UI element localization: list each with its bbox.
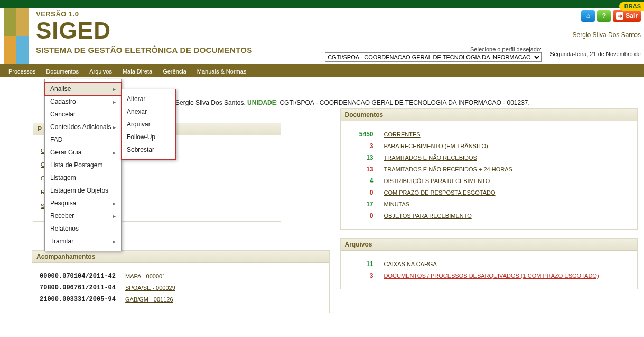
list-item: 0COM PRAZO DE RESPOSTA ESGOTADO: [348, 189, 630, 196]
menu-manuais[interactable]: Manuais & Normas: [197, 68, 247, 75]
dropdown-item[interactable]: Receber▸: [45, 210, 121, 222]
chevron-right-icon: ▸: [113, 124, 116, 130]
count: 11: [348, 260, 374, 268]
panel-documentos: Documentos 5450CORRENTES3PARA RECEBIMENT…: [340, 108, 638, 230]
chevron-right-icon: ▸: [113, 239, 116, 244]
list-item: 5450CORRENTES: [348, 131, 630, 138]
doc-link[interactable]: PARA RECEBIMENTO (EM TRÂNSITO): [384, 143, 488, 149]
menu-arquivos[interactable]: Arquivos: [89, 68, 112, 75]
analise-submenu: AlterarAnexarArquivarFollow-UpSobrestar: [121, 89, 176, 160]
menu-documentos[interactable]: Documentos: [46, 68, 79, 75]
arrow-right-icon: ➔: [616, 12, 623, 20]
menu-processos[interactable]: Processos: [8, 68, 35, 75]
list-item: 3PARA RECEBIMENTO (EM TRÂNSITO): [348, 142, 630, 150]
doc-link[interactable]: OBJETOS PARA RECEBIMENTO: [384, 213, 472, 219]
panel-acompanhamentos: Acompanhamentos 00000.070104/2011-42MAPA…: [32, 250, 330, 313]
dropdown-item[interactable]: Tramitar▸: [45, 235, 121, 248]
unit-link[interactable]: GAB/GM - 001126: [125, 296, 173, 303]
profile-label: Selecione o perfil desejado:: [470, 46, 542, 52]
profile-select[interactable]: CGTI/SPOA - COORDENACAO GERAL DE TECNOLO…: [325, 52, 542, 62]
brasil-badge: BRAS: [619, 2, 644, 11]
chevron-right-icon: ▸: [113, 99, 116, 105]
dropdown-item[interactable]: Relatórios: [45, 222, 121, 235]
menubar: Processos Documentos Arquivos Mala Diret…: [0, 66, 644, 77]
arquivo-link[interactable]: CAIXAS NA CARGA: [384, 261, 437, 267]
submenu-item[interactable]: Follow-Up: [122, 131, 175, 143]
count: 13: [348, 154, 374, 161]
app-subtitle: SISTEMA DE GESTÃO ELETRÔNICA DE DOCUMENT…: [36, 45, 314, 54]
table-row: 00000.070104/2011-42MAPA - 000001: [40, 272, 322, 280]
submenu-item[interactable]: Alterar: [122, 93, 175, 105]
menu-mala-direta[interactable]: Mala Direta: [123, 68, 152, 75]
app-name: SIGED: [36, 19, 314, 42]
dropdown-item[interactable]: Pesquisa▸: [45, 197, 121, 210]
dropdown-item[interactable]: Listagem: [45, 171, 121, 184]
dropdown-item[interactable]: Cadastro▸: [45, 95, 121, 108]
submenu-item[interactable]: Anexar: [122, 105, 175, 118]
doc-link[interactable]: DISTRIBUIÇÕES PARA RECEBIMENTO: [384, 178, 490, 184]
top-stripe: BRAS: [0, 0, 644, 8]
dropdown-item[interactable]: Listagem de Objetos: [45, 184, 121, 197]
home-icon: ⌂: [586, 12, 590, 20]
count: 13: [348, 166, 374, 173]
exit-button[interactable]: ➔ Sair: [613, 10, 641, 22]
dropdown-item[interactable]: Cancelar: [45, 108, 121, 121]
count: 3: [348, 272, 374, 279]
panel-header: Documentos: [341, 109, 638, 121]
list-item: 13TRAMITADOS E NÃO RECEBIDOS + 24 HORAS: [348, 166, 630, 173]
submenu-item[interactable]: Arquivar: [122, 118, 175, 131]
count: 4: [348, 177, 374, 185]
count: 0: [348, 212, 374, 220]
count: 5450: [348, 131, 374, 138]
current-date: Segunda-feira, 21 de Novembro de: [550, 51, 641, 57]
table-row: 70800.006761/2011-04SPOA/SE - 000029: [40, 284, 322, 292]
list-item: 13TRAMITADOS E NÃO RECEBIDOS: [348, 154, 630, 161]
doc-link[interactable]: CORRENTES: [384, 131, 421, 138]
chevron-right-icon: ▸: [113, 86, 116, 92]
count: 17: [348, 201, 374, 208]
doc-link[interactable]: TRAMITADOS E NÃO RECEBIDOS + 24 HORAS: [384, 166, 512, 172]
panel-header: Arquivos: [341, 239, 638, 251]
arquivo-link[interactable]: DOCUMENTOS / PROCESSOS DESARQUIVADOS (1 …: [384, 272, 599, 279]
dropdown-item[interactable]: Lista de Postagem: [45, 159, 121, 171]
greeting-line: Sergio Silva Dos Santos. UNIDADE: CGTI/S…: [175, 99, 530, 106]
dropdown-item[interactable]: Gerar Guia▸: [45, 146, 121, 159]
unit-link[interactable]: SPOA/SE - 000029: [125, 285, 175, 291]
list-item: 0OBJETOS PARA RECEBIMENTO: [348, 212, 630, 220]
panel-arquivos: Arquivos 11CAIXAS NA CARGA3DOCUMENTOS / …: [340, 238, 638, 289]
list-item: 11CAIXAS NA CARGA: [348, 260, 630, 268]
submenu-item[interactable]: Sobrestar: [122, 143, 175, 156]
count: 3: [348, 142, 374, 150]
list-item: 4DISTRIBUIÇÕES PARA RECEBIMENTO: [348, 177, 630, 185]
help-button[interactable]: ?: [597, 10, 611, 22]
chevron-right-icon: ▸: [113, 213, 116, 219]
logo: [4, 8, 29, 64]
exit-label: Sair: [626, 12, 638, 20]
list-item: 17MINUTAS: [348, 201, 630, 208]
doc-link[interactable]: TRAMITADOS E NÃO RECEBIDOS: [384, 154, 477, 161]
unit-link[interactable]: MAPA - 000001: [125, 273, 165, 279]
dropdown-item[interactable]: FAD: [45, 133, 121, 146]
version-label: VERSÃO 1.0: [36, 10, 314, 18]
chevron-right-icon: ▸: [113, 150, 116, 156]
user-name-link[interactable]: Sergio Silva Dos Santos: [573, 31, 641, 39]
doc-link[interactable]: MINUTAS: [384, 201, 410, 207]
process-number: 70800.006761/2011-04: [40, 284, 116, 292]
documentos-dropdown: Analise▸Cadastro▸CancelarConteúdos Adici…: [44, 79, 122, 251]
panel-header: Acompanhamentos: [32, 251, 329, 263]
list-item: 3DOCUMENTOS / PROCESSOS DESARQUIVADOS (1…: [348, 272, 630, 279]
help-icon: ?: [602, 12, 606, 20]
menu-gerencia[interactable]: Gerência: [163, 68, 186, 75]
process-number: 21000.003331/2005-94: [40, 296, 116, 303]
dropdown-item[interactable]: Conteúdos Adicionais▸: [45, 121, 121, 133]
home-button[interactable]: ⌂: [581, 10, 595, 22]
table-row: 21000.003331/2005-94GAB/GM - 001126: [40, 296, 322, 303]
dropdown-item[interactable]: Analise▸: [44, 82, 122, 96]
doc-link[interactable]: COM PRAZO DE RESPOSTA ESGOTADO: [384, 189, 496, 196]
process-number: 00000.070104/2011-42: [40, 272, 116, 280]
title-block: VERSÃO 1.0 SIGED SISTEMA DE GESTÃO ELETR…: [29, 8, 314, 54]
header: VERSÃO 1.0 SIGED SISTEMA DE GESTÃO ELETR…: [0, 8, 644, 66]
count: 0: [348, 189, 374, 196]
chevron-right-icon: ▸: [113, 201, 116, 206]
